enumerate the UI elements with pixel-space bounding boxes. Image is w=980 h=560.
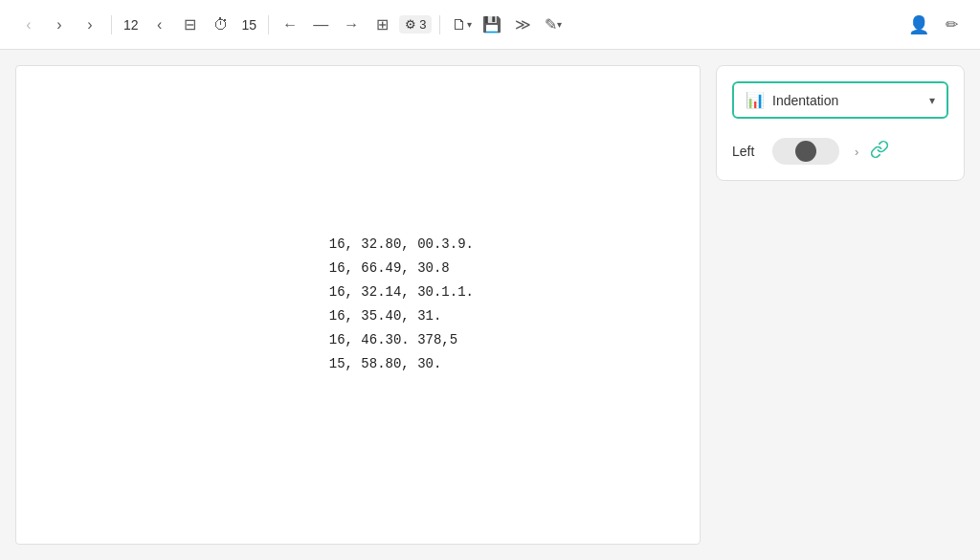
doc-content: 16, 32.80, 00.3.9. 16, 66.49, 30.8 16, 3… [329, 233, 474, 377]
chart-icon: 📊 [746, 91, 765, 109]
stack-button[interactable]: ⊟ [177, 11, 204, 38]
toolbar-right: 👤 ✏ [905, 11, 965, 38]
user-icon: 👤 [908, 14, 929, 35]
arrow-right-button[interactable]: → [338, 11, 365, 38]
save-icon: 💾 [482, 15, 501, 34]
doc-button[interactable]: 🗋 ▾ [448, 11, 475, 38]
arrow-right-icon: → [344, 16, 359, 34]
page-number: 12 [120, 17, 143, 33]
dropdown-container: 📊 Indentation ▾ [732, 81, 948, 119]
back-arrow-button[interactable]: ‹ [146, 11, 173, 38]
layers-button[interactable]: ⊞ [368, 11, 395, 38]
doc-line-6: 15, 58.80, 30. [329, 353, 474, 377]
forward2-icon: › [87, 16, 92, 34]
toggle-track[interactable] [772, 138, 839, 165]
doc-line-2: 16, 66.49, 30.8 [329, 257, 474, 280]
control-row: Left › [732, 134, 948, 165]
separator-1 [111, 15, 112, 34]
dash-icon: — [313, 16, 328, 34]
forward-button[interactable]: › [46, 11, 73, 38]
pencil-button[interactable]: ✏ [938, 11, 965, 38]
doc-line-3: 16, 32.14, 30.1.1. [329, 280, 474, 304]
panel-card: 📊 Indentation ▾ Left › [716, 65, 965, 181]
right-panel: 📊 Indentation ▾ Left › [716, 65, 965, 545]
link-icon[interactable] [870, 140, 889, 164]
badge-container: ⚙ 3 [399, 15, 432, 34]
left-label: Left [732, 144, 761, 159]
arrow-right-icon: › [855, 145, 858, 159]
forward3-button[interactable]: ≫ [509, 11, 536, 38]
badge-number: 3 [419, 17, 426, 32]
clock-icon: ⏱ [213, 16, 229, 34]
layers-icon: ⊞ [376, 15, 389, 34]
clock-button[interactable]: ⏱ [208, 11, 234, 38]
arrow-left-button[interactable]: ← [277, 11, 303, 38]
save-button[interactable]: 💾 [479, 11, 505, 38]
edit-button[interactable]: ✎ ▾ [540, 11, 567, 38]
edit-arrow: ▾ [557, 19, 562, 30]
indentation-dropdown[interactable]: 📊 Indentation ▾ [732, 81, 948, 119]
dash-button[interactable]: — [307, 11, 334, 38]
back-icon: ‹ [26, 16, 31, 34]
doc-line-5: 16, 46.30. 378,5 [329, 329, 474, 353]
arrow-left-icon: ← [282, 16, 298, 34]
doc-line-4: 16, 35.40, 31. [329, 305, 474, 329]
forward-icon: › [56, 16, 61, 34]
doc-arrow: ▾ [467, 19, 472, 30]
user-button[interactable]: 👤 [905, 11, 932, 38]
stack-icon: ⊟ [184, 15, 196, 34]
forward3-icon: ≫ [515, 15, 531, 34]
toolbar: ‹ › › 12 ‹ ⊟ ⏱ 15 ← — → ⊞ ⚙ 3 🗋 ▾ 💾 ≫ [0, 0, 980, 50]
separator-3 [439, 15, 440, 34]
dropdown-label: Indentation [772, 93, 838, 108]
edit-icon: ✎ [545, 15, 557, 34]
page-number-2: 15 [238, 17, 261, 33]
settings-icon: ⚙ [405, 17, 416, 32]
pencil-icon: ✏ [946, 15, 958, 34]
main-content: 16, 32.80, 00.3.9. 16, 66.49, 30.8 16, 3… [0, 50, 980, 560]
forward2-button[interactable]: › [77, 11, 103, 38]
separator-2 [268, 15, 269, 34]
back-arrow-icon: ‹ [157, 16, 162, 34]
doc-icon: 🗋 [452, 16, 467, 34]
chevron-down-icon: ▾ [929, 94, 935, 107]
toggle-thumb [795, 141, 816, 162]
doc-line-1: 16, 32.80, 00.3.9. [329, 233, 474, 257]
document-area: 16, 32.80, 00.3.9. 16, 66.49, 30.8 16, 3… [15, 65, 701, 545]
back-button[interactable]: ‹ [15, 11, 42, 38]
